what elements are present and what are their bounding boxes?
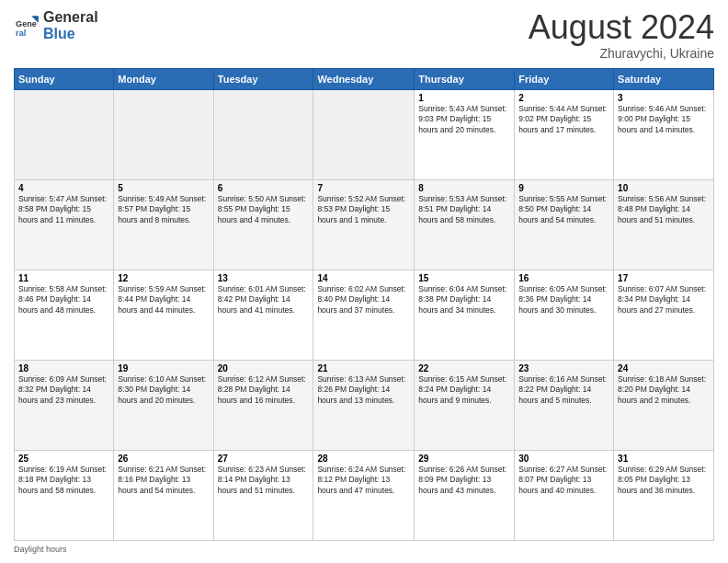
calendar-cell: 27Sunrise: 6:23 AM Sunset: 8:14 PM Dayli… xyxy=(213,450,313,540)
day-info: Sunrise: 6:18 AM Sunset: 8:20 PM Dayligh… xyxy=(618,374,710,406)
day-info: Sunrise: 6:07 AM Sunset: 8:34 PM Dayligh… xyxy=(618,284,710,316)
calendar-header-row: SundayMondayTuesdayWednesdayThursdayFrid… xyxy=(15,68,714,89)
calendar-cell: 6Sunrise: 5:50 AM Sunset: 8:55 PM Daylig… xyxy=(213,179,313,270)
day-info: Sunrise: 6:19 AM Sunset: 8:18 PM Dayligh… xyxy=(18,465,109,496)
day-number: 14 xyxy=(317,273,410,283)
calendar-cell: 23Sunrise: 6:16 AM Sunset: 8:22 PM Dayli… xyxy=(515,360,614,450)
calendar-cell: 4Sunrise: 5:47 AM Sunset: 8:58 PM Daylig… xyxy=(15,179,114,270)
calendar-cell: 7Sunrise: 5:52 AM Sunset: 8:53 PM Daylig… xyxy=(313,179,415,270)
calendar-cell: 14Sunrise: 6:02 AM Sunset: 8:40 PM Dayli… xyxy=(313,270,415,360)
day-number: 7 xyxy=(317,183,410,193)
day-info: Sunrise: 6:26 AM Sunset: 8:09 PM Dayligh… xyxy=(418,465,510,496)
day-number: 2 xyxy=(518,93,609,103)
header: Gene ral General Blue August 2024 Zhurav… xyxy=(14,9,714,61)
day-number: 31 xyxy=(618,454,710,464)
logo-text: General Blue xyxy=(43,9,98,41)
calendar-cell: 19Sunrise: 6:10 AM Sunset: 8:30 PM Dayli… xyxy=(114,360,213,450)
day-info: Sunrise: 6:09 AM Sunset: 8:32 PM Dayligh… xyxy=(18,374,109,406)
calendar-cell: 31Sunrise: 6:29 AM Sunset: 8:05 PM Dayli… xyxy=(614,450,714,540)
day-number: 26 xyxy=(118,454,209,464)
day-info: Sunrise: 6:21 AM Sunset: 8:16 PM Dayligh… xyxy=(118,465,209,496)
calendar-week-5: 25Sunrise: 6:19 AM Sunset: 8:18 PM Dayli… xyxy=(15,450,714,540)
day-number: 28 xyxy=(317,454,410,464)
day-info: Sunrise: 6:02 AM Sunset: 8:40 PM Dayligh… xyxy=(317,284,410,316)
day-number: 16 xyxy=(518,273,609,283)
day-number: 18 xyxy=(18,363,109,373)
logo-general-text: General xyxy=(43,9,98,26)
day-info: Sunrise: 6:16 AM Sunset: 8:22 PM Dayligh… xyxy=(518,374,609,406)
calendar-cell xyxy=(213,89,313,179)
day-number: 22 xyxy=(418,363,510,373)
day-info: Sunrise: 5:46 AM Sunset: 9:00 PM Dayligh… xyxy=(618,104,710,135)
day-number: 6 xyxy=(218,183,310,193)
day-number: 9 xyxy=(518,183,609,193)
day-info: Sunrise: 6:05 AM Sunset: 8:36 PM Dayligh… xyxy=(518,284,609,316)
day-info: Sunrise: 5:50 AM Sunset: 8:55 PM Dayligh… xyxy=(218,194,310,225)
day-header-tuesday: Tuesday xyxy=(213,68,313,89)
calendar-cell: 26Sunrise: 6:21 AM Sunset: 8:16 PM Dayli… xyxy=(114,450,213,540)
day-number: 1 xyxy=(418,93,510,103)
day-info: Sunrise: 6:27 AM Sunset: 8:07 PM Dayligh… xyxy=(518,465,609,496)
calendar-table: SundayMondayTuesdayWednesdayThursdayFrid… xyxy=(14,68,714,541)
day-number: 5 xyxy=(118,183,209,193)
calendar-cell: 22Sunrise: 6:15 AM Sunset: 8:24 PM Dayli… xyxy=(415,360,515,450)
day-info: Sunrise: 5:58 AM Sunset: 8:46 PM Dayligh… xyxy=(18,284,109,316)
calendar-cell xyxy=(114,89,213,179)
calendar-cell xyxy=(15,89,114,179)
day-header-sunday: Sunday xyxy=(15,68,114,89)
day-info: Sunrise: 6:23 AM Sunset: 8:14 PM Dayligh… xyxy=(218,465,310,496)
day-number: 24 xyxy=(618,363,710,373)
day-number: 21 xyxy=(317,363,410,373)
day-info: Sunrise: 5:44 AM Sunset: 9:02 PM Dayligh… xyxy=(518,104,609,135)
day-number: 15 xyxy=(418,273,510,283)
calendar-cell: 15Sunrise: 6:04 AM Sunset: 8:38 PM Dayli… xyxy=(415,270,515,360)
calendar-week-4: 18Sunrise: 6:09 AM Sunset: 8:32 PM Dayli… xyxy=(15,360,714,450)
day-info: Sunrise: 6:04 AM Sunset: 8:38 PM Dayligh… xyxy=(418,284,510,316)
calendar-cell: 20Sunrise: 6:12 AM Sunset: 8:28 PM Dayli… xyxy=(213,360,313,450)
calendar-cell: 17Sunrise: 6:07 AM Sunset: 8:34 PM Dayli… xyxy=(614,270,714,360)
calendar-cell: 3Sunrise: 5:46 AM Sunset: 9:00 PM Daylig… xyxy=(614,89,714,179)
day-number: 20 xyxy=(218,363,310,373)
calendar-cell: 21Sunrise: 6:13 AM Sunset: 8:26 PM Dayli… xyxy=(313,360,415,450)
day-header-monday: Monday xyxy=(114,68,213,89)
day-info: Sunrise: 6:12 AM Sunset: 8:28 PM Dayligh… xyxy=(218,374,310,406)
day-number: 23 xyxy=(518,363,609,373)
calendar-cell: 8Sunrise: 5:53 AM Sunset: 8:51 PM Daylig… xyxy=(415,179,515,270)
calendar-cell: 29Sunrise: 6:26 AM Sunset: 8:09 PM Dayli… xyxy=(415,450,515,540)
title-block: August 2024 Zhuravychi, Ukraine xyxy=(529,9,714,61)
calendar-cell: 28Sunrise: 6:24 AM Sunset: 8:12 PM Dayli… xyxy=(313,450,415,540)
day-number: 19 xyxy=(118,363,209,373)
day-header-friday: Friday xyxy=(515,68,614,89)
calendar-week-1: 1Sunrise: 5:43 AM Sunset: 9:03 PM Daylig… xyxy=(15,89,714,179)
day-info: Sunrise: 5:47 AM Sunset: 8:58 PM Dayligh… xyxy=(18,194,109,225)
day-number: 4 xyxy=(18,183,109,193)
day-info: Sunrise: 5:53 AM Sunset: 8:51 PM Dayligh… xyxy=(418,194,510,225)
location-subtitle: Zhuravychi, Ukraine xyxy=(529,46,714,61)
day-header-thursday: Thursday xyxy=(415,68,515,89)
day-info: Sunrise: 6:15 AM Sunset: 8:24 PM Dayligh… xyxy=(418,374,510,406)
day-number: 11 xyxy=(18,273,109,283)
day-number: 12 xyxy=(118,273,209,283)
calendar-cell: 24Sunrise: 6:18 AM Sunset: 8:20 PM Dayli… xyxy=(614,360,714,450)
calendar-week-3: 11Sunrise: 5:58 AM Sunset: 8:46 PM Dayli… xyxy=(15,270,714,360)
calendar-cell: 30Sunrise: 6:27 AM Sunset: 8:07 PM Dayli… xyxy=(515,450,614,540)
calendar-cell: 2Sunrise: 5:44 AM Sunset: 9:02 PM Daylig… xyxy=(515,89,614,179)
day-number: 29 xyxy=(418,454,510,464)
day-number: 13 xyxy=(218,273,310,283)
day-info: Sunrise: 6:01 AM Sunset: 8:42 PM Dayligh… xyxy=(218,284,310,316)
day-number: 25 xyxy=(18,454,109,464)
calendar-week-2: 4Sunrise: 5:47 AM Sunset: 8:58 PM Daylig… xyxy=(15,179,714,270)
day-info: Sunrise: 6:24 AM Sunset: 8:12 PM Dayligh… xyxy=(317,465,410,496)
calendar-cell: 25Sunrise: 6:19 AM Sunset: 8:18 PM Dayli… xyxy=(15,450,114,540)
day-info: Sunrise: 6:29 AM Sunset: 8:05 PM Dayligh… xyxy=(618,465,710,496)
day-info: Sunrise: 6:13 AM Sunset: 8:26 PM Dayligh… xyxy=(317,374,410,406)
logo-blue-text: Blue xyxy=(43,26,98,42)
day-info: Sunrise: 5:56 AM Sunset: 8:48 PM Dayligh… xyxy=(618,194,710,225)
day-info: Sunrise: 5:49 AM Sunset: 8:57 PM Dayligh… xyxy=(118,194,209,225)
calendar-cell: 1Sunrise: 5:43 AM Sunset: 9:03 PM Daylig… xyxy=(415,89,515,179)
day-number: 17 xyxy=(618,273,710,283)
footer-note: Daylight hours xyxy=(14,545,714,554)
calendar-cell: 11Sunrise: 5:58 AM Sunset: 8:46 PM Dayli… xyxy=(15,270,114,360)
day-info: Sunrise: 5:59 AM Sunset: 8:44 PM Dayligh… xyxy=(118,284,209,316)
day-number: 27 xyxy=(218,454,310,464)
